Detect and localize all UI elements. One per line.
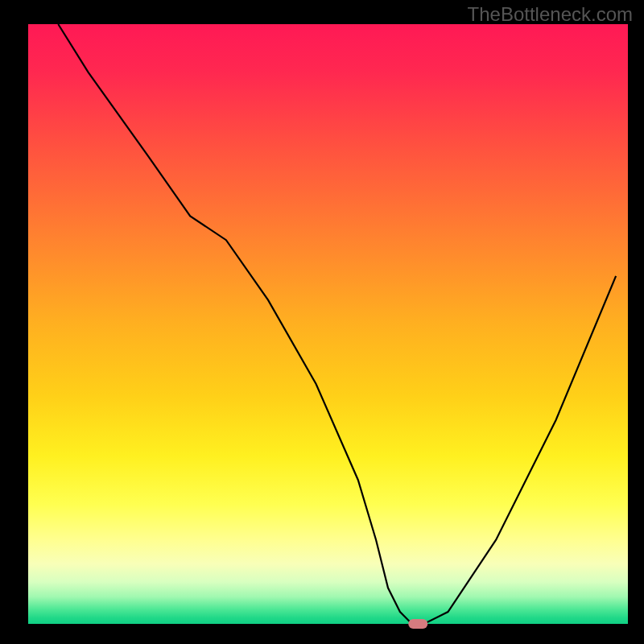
optimal-marker xyxy=(408,619,427,629)
watermark-text: TheBottleneck.com xyxy=(468,3,633,26)
chart-container: TheBottleneck.com xyxy=(0,0,644,644)
bottleneck-chart xyxy=(0,0,644,644)
